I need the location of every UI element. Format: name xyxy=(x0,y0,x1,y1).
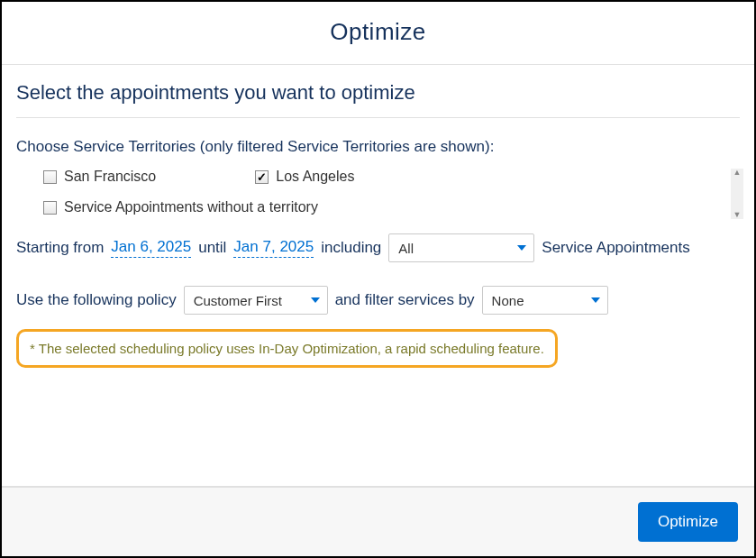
until-label: until xyxy=(198,239,226,257)
policy-row: Use the following policy Customer First … xyxy=(16,286,740,315)
modal-title: Optimize xyxy=(2,18,754,46)
checkbox-no-territory[interactable] xyxy=(43,201,57,215)
chevron-down-icon xyxy=(591,297,600,303)
territories-list: San Francisco Los Angeles Service Appoin… xyxy=(16,169,740,215)
policy-prefix-label: Use the following policy xyxy=(16,291,177,309)
end-date-link[interactable]: Jan 7, 2025 xyxy=(233,238,314,258)
filter-select[interactable]: None xyxy=(482,286,608,315)
info-callout: * The selected scheduling policy uses In… xyxy=(16,329,558,368)
checkbox-san-francisco[interactable] xyxy=(43,170,57,184)
service-appointments-label: Service Appointments xyxy=(542,239,689,257)
optimize-button[interactable]: Optimize xyxy=(638,502,738,542)
territory-label: San Francisco xyxy=(64,169,156,185)
scrollbar[interactable]: ▲ ▼ xyxy=(731,169,743,219)
territory-label: Los Angeles xyxy=(276,169,354,185)
scroll-down-icon: ▼ xyxy=(733,211,742,219)
scroll-up-icon: ▲ xyxy=(733,169,742,177)
filter-prefix-label: and filter services by xyxy=(335,291,475,309)
policy-select[interactable]: Customer First xyxy=(184,286,328,315)
section-title: Select the appointments you want to opti… xyxy=(16,81,740,118)
territory-item-san-francisco: San Francisco xyxy=(43,169,156,185)
policy-select-value: Customer First xyxy=(194,293,282,308)
chevron-down-icon xyxy=(311,297,320,303)
checkbox-los-angeles[interactable] xyxy=(255,170,269,184)
including-label: including xyxy=(321,239,381,257)
territory-label: Service Appointments without a territory xyxy=(64,199,318,215)
date-row: Starting from Jan 6, 2025 until Jan 7, 2… xyxy=(16,233,740,262)
including-select-value: All xyxy=(398,241,414,256)
territories-label: Choose Service Territories (only filtere… xyxy=(16,138,740,156)
territory-item-no-territory: Service Appointments without a territory xyxy=(43,199,318,215)
starting-from-label: Starting from xyxy=(16,239,104,257)
territory-row: Service Appointments without a territory xyxy=(43,199,713,215)
modal-footer: Optimize xyxy=(2,486,754,556)
territories-area: San Francisco Los Angeles Service Appoin… xyxy=(16,169,740,215)
territory-item-los-angeles: Los Angeles xyxy=(255,169,354,185)
start-date-link[interactable]: Jan 6, 2025 xyxy=(111,238,191,258)
modal-body: Select the appointments you want to opti… xyxy=(2,65,754,486)
modal-header: Optimize xyxy=(2,2,754,65)
info-message: * The selected scheduling policy uses In… xyxy=(30,341,544,356)
territory-row: San Francisco Los Angeles xyxy=(43,169,713,185)
chevron-down-icon xyxy=(517,245,526,251)
optimize-modal: Optimize Select the appointments you wan… xyxy=(0,0,756,558)
filter-select-value: None xyxy=(492,293,524,308)
including-select[interactable]: All xyxy=(388,233,534,262)
